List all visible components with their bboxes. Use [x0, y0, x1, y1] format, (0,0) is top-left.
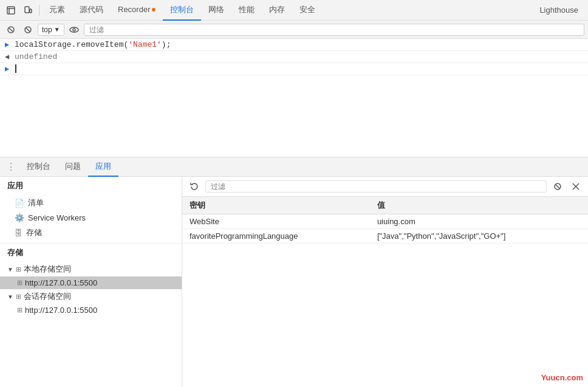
filter-input[interactable]	[84, 24, 584, 36]
table-cell-key: favoriteProgrammingLanguage	[182, 229, 370, 244]
session-storage-child-1[interactable]: ⊞ http://127.0.0.1:5500	[0, 304, 182, 317]
svg-point-8	[73, 29, 75, 31]
input-arrow-1: ▶	[5, 40, 11, 49]
drag-handle-icon: ⋮	[2, 161, 19, 173]
manifest-icon: 📄	[15, 199, 24, 208]
inspect-icon[interactable]	[2, 2, 19, 19]
bottom-tab-console[interactable]: 控制台	[19, 157, 58, 177]
bottom-tab-issues[interactable]: 问题	[58, 157, 88, 177]
refresh-button[interactable]	[187, 179, 202, 194]
left-sidebar: 应用 📄 清单 ⚙️ Service Workers 🗄 存储 存储 ▼	[0, 177, 182, 387]
cursor-arrow: ▶	[5, 64, 11, 74]
svg-point-7	[70, 27, 78, 32]
table-cell-value: uiuing.com	[370, 214, 588, 229]
table-row[interactable]: favoriteProgrammingLanguage["Java","Pyth…	[182, 229, 588, 244]
local-storage-group[interactable]: ▼ ⊞ 本地存储空间	[0, 262, 182, 276]
tab-performance[interactable]: 性能	[231, 0, 262, 21]
close-button[interactable]	[569, 179, 583, 194]
tab-network[interactable]: 网络	[201, 0, 231, 21]
storage-section: 存储 ▼ ⊞ 本地存储空间 ⊞ http://127.0.0.1:5500 ▼ …	[0, 243, 182, 317]
svg-rect-0	[7, 7, 15, 14]
table-row[interactable]: WebSiteuiuing.com	[182, 214, 588, 229]
bottom-panel: ⋮ 控制台 问题 应用 应用 📄 清单 ⚙️ Service Workers	[0, 157, 588, 387]
local-storage-child-grid-icon: ⊞	[17, 279, 22, 287]
col-header-key: 密钥	[182, 197, 370, 214]
tab-console[interactable]: 控制台	[163, 0, 201, 21]
storage-section-header: 存储	[0, 243, 182, 262]
sidebar-item-storage[interactable]: 🗄 存储	[0, 225, 182, 241]
svg-line-10	[556, 185, 560, 189]
local-storage-arrow: ▼	[7, 266, 13, 273]
context-selector[interactable]: top ▼	[38, 24, 64, 36]
console-output-line-1: ◀ undefined	[0, 51, 588, 63]
sidebar-item-service-workers[interactable]: ⚙️ Service Workers	[0, 211, 182, 225]
right-toolbar	[182, 177, 588, 197]
right-panel: 密钥 值 WebSiteuiuing.comfavoriteProgrammin…	[182, 177, 588, 387]
watermark: Yuucn.com	[541, 373, 583, 382]
right-filter-input[interactable]	[205, 180, 547, 193]
console-toolbar: top ▼	[0, 21, 588, 39]
tab-security[interactable]: 安全	[292, 0, 323, 21]
ban-filter-button[interactable]	[550, 179, 565, 194]
data-table: 密钥 值 WebSiteuiuing.comfavoriteProgrammin…	[182, 197, 588, 244]
console-code-1: localStorage.removeItem('Name1');	[15, 40, 171, 49]
recorder-dot	[152, 8, 156, 12]
bottom-content: 应用 📄 清单 ⚙️ Service Workers 🗄 存储 存储 ▼	[0, 177, 588, 387]
console-area: ▶ localStorage.removeItem('Name1'); ◀ un…	[0, 39, 588, 157]
tab-lighthouse[interactable]: Lighthouse	[532, 3, 586, 17]
session-storage-child-grid-icon: ⊞	[17, 306, 22, 314]
sidebar-item-manifest[interactable]: 📄 清单	[0, 195, 182, 211]
table-cell-key: WebSite	[182, 214, 370, 229]
console-input-line-1: ▶ localStorage.removeItem('Name1');	[0, 39, 588, 51]
svg-rect-1	[25, 7, 29, 13]
clear-console-button[interactable]	[4, 22, 18, 37]
device-icon[interactable]	[19, 2, 36, 19]
chevron-down-icon: ▼	[54, 26, 60, 33]
svg-rect-2	[30, 9, 32, 13]
ban-icon[interactable]	[21, 22, 35, 37]
local-storage-grid-icon: ⊞	[16, 265, 21, 273]
bottom-tab-application[interactable]: 应用	[88, 157, 118, 177]
app-section-header: 应用	[0, 177, 182, 195]
svg-line-4	[9, 28, 13, 32]
eye-icon[interactable]	[67, 22, 81, 37]
session-storage-grid-icon: ⊞	[16, 293, 21, 301]
console-cursor-line[interactable]: ▶	[0, 63, 588, 75]
col-header-value: 值	[370, 197, 588, 214]
storage-icon: 🗄	[15, 228, 22, 238]
session-storage-arrow: ▼	[7, 293, 13, 300]
top-tabbar: 元素 源代码 Recorder 控制台 网络 性能 内存 安全 Lighthou…	[0, 0, 588, 21]
tab-elements[interactable]: 元素	[42, 0, 72, 21]
separator-1	[39, 5, 39, 16]
table-cell-value: ["Java","Python","JavaScript","GO+"]	[370, 229, 588, 244]
output-arrow-1: ◀	[5, 52, 11, 61]
service-workers-icon: ⚙️	[15, 213, 24, 222]
session-storage-group[interactable]: ▼ ⊞ 会话存储空间	[0, 289, 182, 304]
bottom-tabbar: ⋮ 控制台 问题 应用	[0, 157, 588, 177]
cursor-caret	[15, 64, 16, 73]
tab-sources[interactable]: 源代码	[72, 0, 111, 21]
tab-memory[interactable]: 内存	[262, 0, 292, 21]
local-storage-child-1[interactable]: ⊞ http://127.0.0.1:5500	[0, 276, 182, 289]
svg-line-6	[26, 27, 30, 32]
console-output-text-1: undefined	[15, 52, 57, 61]
tab-recorder[interactable]: Recorder	[111, 0, 163, 21]
